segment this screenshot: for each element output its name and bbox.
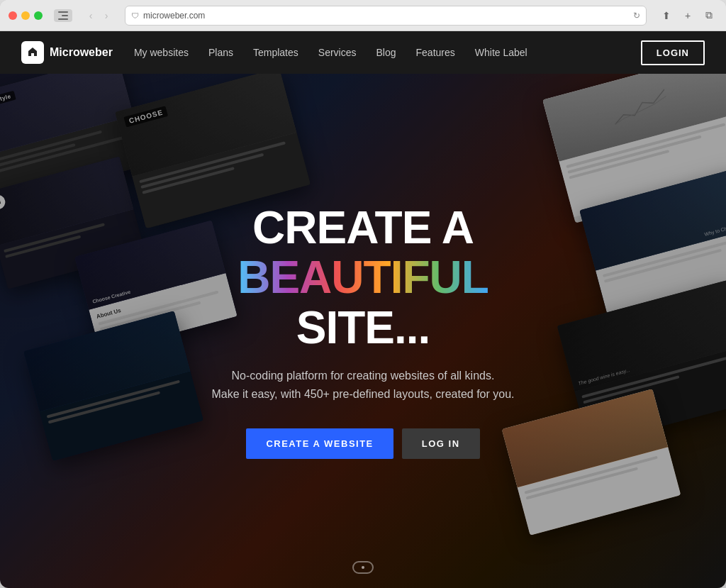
hero-title: CREATE A BEAUTIFUL SITE... (238, 203, 488, 353)
site-navbar: Microweber My websites Plans Templates S… (0, 31, 726, 74)
nav-my-websites[interactable]: My websites (134, 47, 189, 58)
nav-white-label[interactable]: White Label (475, 47, 527, 58)
tabs-button[interactable]: ⧉ (700, 7, 717, 24)
nav-arrows: ‹ › (84, 9, 113, 23)
url-text: microweber.com (143, 11, 205, 21)
login-button[interactable]: LOGIN (641, 40, 705, 65)
scroll-dot (362, 566, 364, 569)
address-bar[interactable]: 🛡 microweber.com ↻ (125, 6, 647, 26)
refresh-icon[interactable]: ↻ (633, 11, 640, 21)
close-button[interactable] (9, 11, 17, 20)
svg-rect-2 (58, 18, 68, 20)
minimize-button[interactable] (21, 11, 30, 20)
svg-rect-1 (62, 15, 68, 16)
maximize-button[interactable] (34, 11, 43, 20)
hero-title-line3: SITE... (238, 303, 488, 353)
nav-features[interactable]: Features (416, 47, 455, 58)
title-bar: ‹ › 🛡 microweber.com ↻ ⬆ + ⧉ (0, 0, 726, 31)
svg-rect-0 (58, 11, 68, 13)
nav-templates[interactable]: Templates (253, 47, 298, 58)
hero-subtitle: No-coding platform for creating websites… (211, 367, 514, 403)
new-tab-button[interactable]: + (679, 7, 696, 24)
hero-title-line1: CREATE A (238, 203, 488, 253)
logo-text: Microweber (50, 46, 113, 59)
hero-buttons: CREATE A WEBSITE LOG IN (246, 428, 479, 459)
nav-links: My websites Plans Templates Services Blo… (134, 47, 641, 58)
log-in-button[interactable]: LOG IN (402, 428, 480, 459)
security-icon: 🛡 (131, 11, 139, 20)
sidebar-toggle-button[interactable] (54, 9, 72, 22)
hero-title-line2: BEAUTIFUL (238, 253, 488, 302)
back-arrow[interactable]: ‹ (84, 9, 98, 23)
hero-subtitle-line1: No-coding platform for creating websites… (232, 370, 495, 382)
nav-blog[interactable]: Blog (376, 47, 396, 58)
nav-plans[interactable]: Plans (208, 47, 233, 58)
hero-content: CREATE A BEAUTIFUL SITE... No-coding pla… (0, 74, 726, 588)
create-website-button[interactable]: CREATE A WEBSITE (246, 428, 393, 459)
browser-content: Blog Style M (0, 31, 726, 588)
logo-icon (21, 41, 44, 64)
title-bar-controls (54, 9, 72, 22)
traffic-lights (9, 11, 43, 20)
scroll-indicator (352, 561, 374, 574)
nav-services[interactable]: Services (318, 47, 357, 58)
hero-section: Blog Style M (0, 31, 726, 588)
share-button[interactable]: ⬆ (658, 7, 675, 24)
title-bar-actions: ⬆ + ⧉ (658, 7, 717, 24)
browser-window: ‹ › 🛡 microweber.com ↻ ⬆ + ⧉ Blog Style (0, 0, 726, 588)
forward-arrow[interactable]: › (99, 9, 113, 23)
site-logo[interactable]: Microweber (21, 41, 113, 64)
hero-subtitle-line2: Make it easy, with 450+ pre-defined layo… (211, 388, 514, 400)
